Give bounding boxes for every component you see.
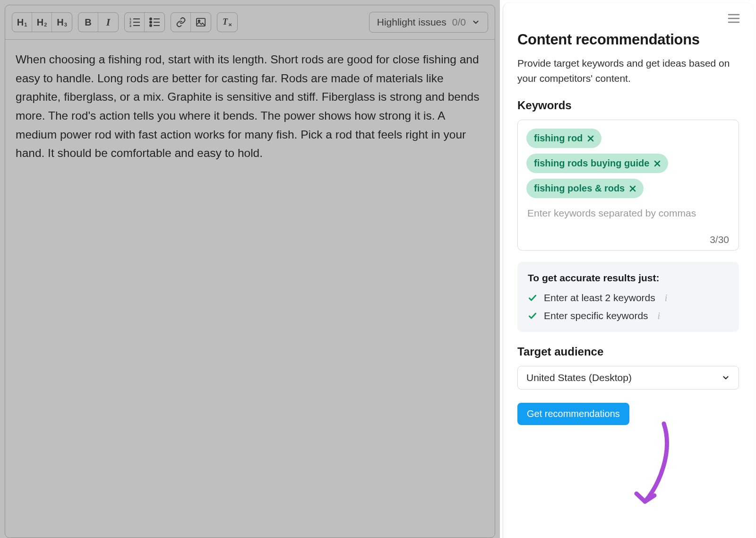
image-icon bbox=[196, 17, 206, 27]
svg-text:3: 3 bbox=[129, 24, 131, 27]
keyword-tag-remove[interactable] bbox=[654, 160, 661, 167]
h2-button[interactable]: H2 bbox=[32, 13, 52, 32]
tip-text: Enter at least 2 keywords bbox=[544, 292, 655, 304]
chevron-down-icon bbox=[722, 373, 730, 382]
clear-group: T ✕ bbox=[217, 12, 238, 32]
info-icon[interactable]: i bbox=[658, 311, 661, 321]
editor-inner: H1 H2 H3 B I bbox=[5, 5, 495, 538]
keyword-tag-label: fishing poles & rods bbox=[534, 183, 625, 194]
clear-format-icon: T ✕ bbox=[222, 17, 233, 27]
emphasis-group: B I bbox=[78, 12, 119, 32]
bold-button[interactable]: B bbox=[78, 13, 98, 32]
svg-text:T: T bbox=[223, 17, 228, 26]
h3-label: H bbox=[57, 17, 63, 28]
keywords-input[interactable] bbox=[526, 205, 730, 227]
h1-label: H bbox=[17, 17, 24, 28]
close-icon bbox=[654, 160, 661, 167]
app-root: H1 H2 H3 B I bbox=[0, 0, 756, 538]
hamburger-icon bbox=[728, 13, 740, 24]
editor-text: When choosing a fishing rod, start with … bbox=[16, 53, 479, 159]
h1-sub: 1 bbox=[24, 22, 27, 27]
check-icon bbox=[528, 311, 537, 321]
get-recommendations-button[interactable]: Get recommendations bbox=[517, 403, 629, 425]
svg-point-13 bbox=[198, 20, 200, 22]
svg-point-7 bbox=[150, 21, 152, 23]
svg-point-6 bbox=[150, 18, 152, 20]
highlight-issues-label: Highlight issues bbox=[377, 17, 447, 28]
editor-toolbar: H1 H2 H3 B I bbox=[5, 5, 495, 40]
tips-box: To get accurate results just: Enter at l… bbox=[517, 262, 739, 332]
h3-sub: 3 bbox=[64, 22, 67, 27]
sidebar-description: Provide target keywords and get ideas ba… bbox=[517, 56, 739, 86]
link-button[interactable] bbox=[171, 13, 191, 32]
close-icon bbox=[629, 185, 636, 192]
sidebar-menu-button[interactable] bbox=[728, 13, 740, 26]
keyword-tag: fishing rods buying guide bbox=[526, 154, 668, 173]
tip-text: Enter specific keywords bbox=[544, 310, 648, 321]
keywords-heading: Keywords bbox=[517, 99, 739, 112]
tip-row: Enter at least 2 keywords i bbox=[528, 292, 729, 304]
highlight-issues-wrap: Highlight issues 0/0 bbox=[369, 12, 488, 33]
keyword-tags: fishing rod fishing rods buying guide fi… bbox=[526, 129, 730, 198]
keyword-tag-label: fishing rod bbox=[534, 133, 583, 144]
editor-content[interactable]: When choosing a fishing rod, start with … bbox=[5, 40, 495, 173]
keyword-tag: fishing poles & rods bbox=[526, 179, 644, 198]
keyword-tag-label: fishing rods buying guide bbox=[534, 158, 649, 169]
heading-group: H1 H2 H3 bbox=[12, 12, 72, 32]
h1-button[interactable]: H1 bbox=[12, 13, 32, 32]
insert-group bbox=[171, 12, 211, 32]
bold-label: B bbox=[85, 17, 91, 28]
chevron-down-icon bbox=[472, 18, 480, 26]
svg-text:✕: ✕ bbox=[228, 22, 232, 27]
editor-pane: H1 H2 H3 B I bbox=[0, 0, 500, 538]
sidebar-top bbox=[503, 3, 753, 26]
italic-button[interactable]: I bbox=[98, 13, 118, 32]
highlight-issues-button[interactable]: Highlight issues 0/0 bbox=[369, 12, 488, 33]
audience-heading: Target audience bbox=[517, 345, 739, 358]
italic-label: I bbox=[106, 16, 111, 28]
ordered-list-icon: 1 2 3 bbox=[129, 17, 140, 27]
svg-text:1: 1 bbox=[129, 17, 131, 21]
audience-value: United States (Desktop) bbox=[526, 372, 632, 383]
h2-sub: 2 bbox=[44, 22, 47, 27]
tip-row: Enter specific keywords i bbox=[528, 310, 729, 321]
keywords-box: fishing rod fishing rods buying guide fi… bbox=[517, 120, 739, 251]
keyword-tag-remove[interactable] bbox=[587, 135, 594, 142]
keywords-count: 3/30 bbox=[526, 234, 730, 245]
h3-button[interactable]: H3 bbox=[52, 13, 72, 32]
get-recommendations-label: Get recommendations bbox=[527, 408, 620, 419]
close-icon bbox=[587, 135, 594, 142]
keyword-tag-remove[interactable] bbox=[629, 185, 636, 192]
sidebar-title: Content recommendations bbox=[517, 31, 739, 48]
highlight-issues-count: 0/0 bbox=[452, 17, 466, 28]
svg-text:2: 2 bbox=[129, 21, 131, 24]
audience-select[interactable]: United States (Desktop) bbox=[517, 366, 739, 390]
link-icon bbox=[176, 17, 186, 27]
h2-label: H bbox=[37, 17, 43, 28]
check-icon bbox=[528, 293, 537, 303]
clear-format-button[interactable]: T ✕ bbox=[217, 13, 237, 32]
unordered-list-button[interactable] bbox=[145, 13, 164, 32]
keyword-tag: fishing rod bbox=[526, 129, 601, 148]
tips-title: To get accurate results just: bbox=[528, 272, 729, 284]
sidebar-content: Content recommendations Provide target k… bbox=[503, 26, 753, 437]
image-button[interactable] bbox=[191, 13, 211, 32]
unordered-list-icon bbox=[149, 17, 160, 27]
ordered-list-button[interactable]: 1 2 3 bbox=[125, 13, 145, 32]
list-group: 1 2 3 bbox=[124, 12, 165, 32]
info-icon[interactable]: i bbox=[665, 293, 668, 304]
recommendations-sidebar: Content recommendations Provide target k… bbox=[503, 3, 753, 538]
svg-point-8 bbox=[150, 25, 152, 26]
